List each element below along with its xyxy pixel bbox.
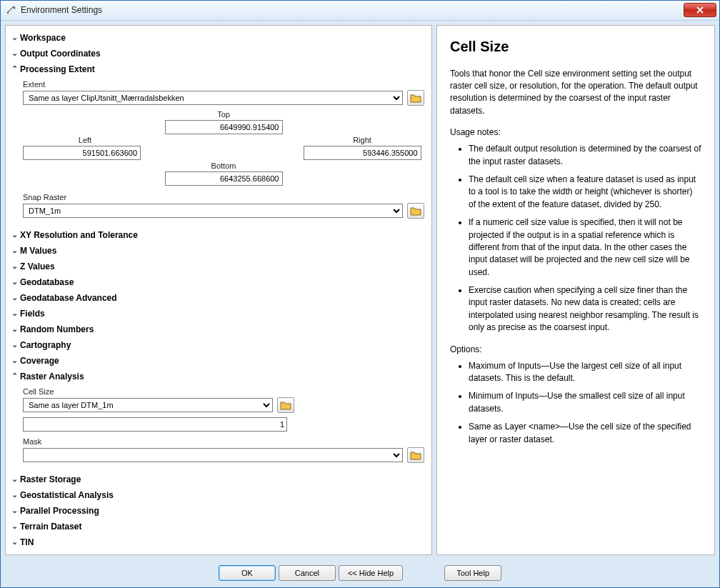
- snap-raster-label: Snap Raster: [23, 193, 424, 201]
- section-label: TIN: [20, 537, 34, 547]
- left-input[interactable]: [23, 146, 141, 160]
- option-item: Same as Layer <name>—Use the cell size o…: [469, 421, 701, 446]
- section-raster-analysis[interactable]: ⌃Raster Analysis: [10, 369, 429, 384]
- snap-raster-dropdown[interactable]: DTM_1m: [23, 204, 403, 218]
- usage-note: The default cell size when a feature dat…: [469, 174, 701, 211]
- options-list: Maximum of Inputs—Use the largest cell s…: [469, 360, 701, 446]
- section-geodatabase-advanced[interactable]: ⌄Geodatabase Advanced: [10, 290, 429, 306]
- section-parallel-processing[interactable]: ⌄Parallel Processing: [10, 503, 429, 519]
- bottom-input[interactable]: [165, 171, 283, 186]
- section-m-values[interactable]: ⌄M Values: [10, 243, 429, 259]
- section-geodatabase[interactable]: ⌄Geodatabase: [10, 274, 429, 290]
- cell-size-input[interactable]: [23, 417, 287, 432]
- ok-button[interactable]: OK: [219, 565, 276, 581]
- chevron-down-icon: ⌄: [11, 522, 20, 531]
- raster-analysis-body: Cell Size Same as layer DTM_1m Mask: [10, 384, 429, 472]
- section-label: Terrain Dataset: [20, 522, 81, 532]
- settings-scroll[interactable]: ⌄Workspace ⌄Output Coordinates ⌃Processi…: [6, 26, 431, 554]
- options-heading: Options:: [450, 344, 701, 354]
- section-label: Geodatabase: [20, 277, 74, 287]
- chevron-down-icon: ⌄: [11, 340, 20, 349]
- browse-cell-size-button[interactable]: [277, 397, 294, 413]
- section-terrain-dataset[interactable]: ⌄Terrain Dataset: [10, 519, 429, 534]
- processing-extent-body: Extent Same as layer ClipUtsnitt_Mærrada…: [10, 77, 429, 227]
- usage-note: Exercise caution when specifying a cell …: [469, 284, 701, 334]
- browse-extent-button[interactable]: [407, 90, 424, 106]
- browse-snap-raster-button[interactable]: [407, 203, 424, 219]
- help-intro: Tools that honor the Cell size environme…: [450, 68, 701, 118]
- extent-label: Extent: [23, 80, 424, 89]
- left-label: Left: [23, 136, 147, 144]
- title-bar: Environment Settings: [1, 1, 719, 21]
- usage-notes-list: The default output resolution is determi…: [469, 143, 701, 334]
- chevron-up-icon: ⌃: [11, 372, 20, 381]
- help-panel: Cell Size Tools that honor the Cell size…: [436, 25, 715, 555]
- chevron-down-icon: ⌄: [11, 537, 20, 547]
- hide-help-button[interactable]: << Hide Help: [339, 565, 403, 581]
- window-title: Environment Settings: [21, 5, 684, 15]
- section-label: Raster Analysis: [20, 372, 84, 382]
- chevron-up-icon: ⌃: [11, 64, 20, 74]
- section-workspace[interactable]: ⌄Workspace: [10, 30, 429, 46]
- section-label: Processing Extent: [20, 64, 95, 74]
- right-input[interactable]: [304, 146, 421, 160]
- app-icon: [5, 4, 16, 16]
- section-output-coordinates[interactable]: ⌄Output Coordinates: [10, 46, 429, 61]
- section-label: Raster Storage: [20, 474, 81, 484]
- extent-dropdown[interactable]: Same as layer ClipUtsnitt_Mærradalsbekke…: [23, 91, 403, 105]
- section-z-values[interactable]: ⌄Z Values: [10, 259, 429, 274]
- section-geostatistical-analysis[interactable]: ⌄Geostatistical Analysis: [10, 487, 429, 503]
- section-label: M Values: [20, 246, 56, 256]
- option-item: Maximum of Inputs—Use the largest cell s…: [469, 360, 701, 385]
- chevron-down-icon: ⌄: [11, 49, 20, 58]
- cancel-button[interactable]: Cancel: [279, 565, 336, 581]
- chevron-down-icon: ⌄: [11, 490, 20, 499]
- dialog-footer: OK Cancel << Hide Help Tool Help: [1, 559, 719, 587]
- section-raster-storage[interactable]: ⌄Raster Storage: [10, 472, 429, 487]
- cell-size-label: Cell Size: [23, 387, 424, 396]
- chevron-down-icon: ⌄: [11, 309, 20, 318]
- section-label: XY Resolution and Tolerance: [20, 230, 138, 240]
- chevron-down-icon: ⌄: [11, 356, 20, 365]
- usage-note: If a numeric cell size value is specifie…: [469, 216, 701, 279]
- section-processing-extent[interactable]: ⌃Processing Extent: [10, 61, 429, 77]
- settings-panel: ⌄Workspace ⌄Output Coordinates ⌃Processi…: [5, 25, 432, 555]
- close-button[interactable]: [684, 3, 716, 17]
- chevron-down-icon: ⌄: [11, 506, 20, 515]
- top-input[interactable]: [165, 120, 283, 134]
- section-label: Geodatabase Advanced: [20, 293, 117, 303]
- svg-point-0: [7, 12, 9, 14]
- section-coverage[interactable]: ⌄Coverage: [10, 353, 429, 369]
- section-label: Fields: [20, 309, 45, 319]
- tool-help-button[interactable]: Tool Help: [444, 565, 501, 581]
- chevron-down-icon: ⌄: [11, 324, 20, 334]
- section-label: Parallel Processing: [20, 506, 99, 516]
- section-cartography[interactable]: ⌄Cartography: [10, 337, 429, 353]
- usage-note: The default output resolution is determi…: [469, 143, 701, 168]
- chevron-down-icon: ⌄: [11, 246, 20, 255]
- mask-dropdown[interactable]: [23, 448, 403, 462]
- cell-size-dropdown[interactable]: Same as layer DTM_1m: [23, 398, 273, 412]
- bottom-label: Bottom: [161, 161, 286, 170]
- section-label: Output Coordinates: [20, 49, 101, 59]
- browse-mask-button[interactable]: [407, 447, 424, 463]
- section-label: Random Numbers: [20, 324, 94, 334]
- section-label: Geostatistical Analysis: [20, 490, 114, 500]
- chevron-down-icon: ⌄: [11, 293, 20, 302]
- section-label: Coverage: [20, 356, 59, 366]
- section-fields[interactable]: ⌄Fields: [10, 306, 429, 322]
- chevron-down-icon: ⌄: [11, 277, 20, 286]
- right-label: Right: [300, 136, 424, 144]
- chevron-down-icon: ⌄: [11, 33, 20, 42]
- chevron-down-icon: ⌄: [11, 230, 20, 239]
- top-label: Top: [161, 110, 286, 119]
- section-random-numbers[interactable]: ⌄Random Numbers: [10, 322, 429, 337]
- chevron-down-icon: ⌄: [11, 474, 20, 484]
- mask-label: Mask: [23, 437, 424, 446]
- section-xy-resolution[interactable]: ⌄XY Resolution and Tolerance: [10, 227, 429, 243]
- usage-notes-heading: Usage notes:: [450, 127, 701, 137]
- section-label: Z Values: [20, 261, 55, 271]
- section-label: Cartography: [20, 340, 71, 350]
- section-tin[interactable]: ⌄TIN: [10, 534, 429, 550]
- chevron-down-icon: ⌄: [11, 261, 20, 271]
